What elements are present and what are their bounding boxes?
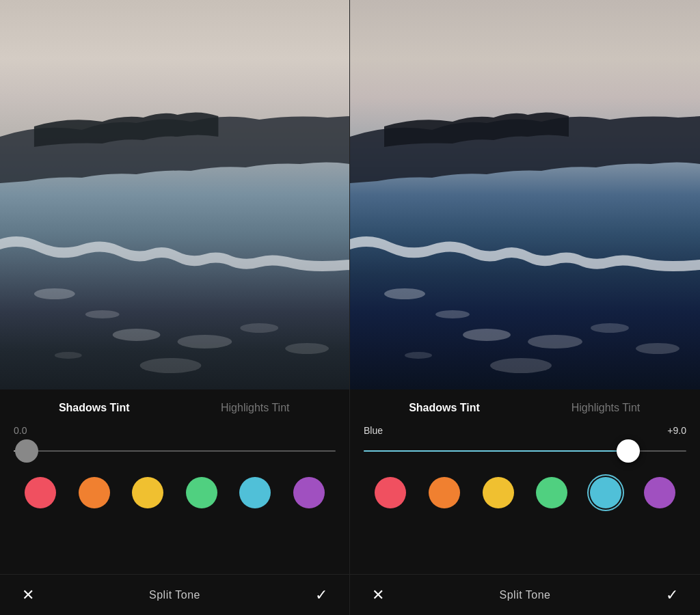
right-swatch-yellow[interactable] [483,477,514,508]
svg-point-9 [435,310,470,318]
right-panel: Shadows Tint Highlights Tint Blue +9.0 [350,0,700,615]
svg-point-3 [177,335,232,348]
right-split-tone-label: Split Tone [500,589,551,601]
right-tab-shadows[interactable]: Shadows Tint [364,402,525,414]
svg-point-12 [591,323,629,333]
left-swatch-yellow[interactable] [132,477,163,508]
left-swatch-purple[interactable] [293,477,325,508]
svg-point-2 [113,329,161,341]
left-tab-shadows[interactable]: Shadows Tint [14,402,175,414]
left-tabs-row: Shadows Tint Highlights Tint [0,390,349,421]
right-swatch-purple[interactable] [644,477,675,508]
svg-point-14 [405,352,432,359]
right-slider-track [364,450,686,452]
left-slider-track-container[interactable] [14,439,336,463]
right-slider-fill [364,450,628,452]
left-confirm-button[interactable]: ✓ [310,581,333,610]
right-slider-color-name: Blue [364,425,383,436]
svg-point-1 [85,310,120,318]
right-bottom-bar: ✕ Split Tone ✓ [350,574,700,615]
left-swatch-green[interactable] [186,477,217,508]
right-photo [350,0,700,390]
left-split-tone-label: Split Tone [149,589,200,601]
svg-point-10 [463,329,511,341]
right-slider-thumb[interactable] [617,439,640,463]
svg-point-7 [140,358,202,373]
right-photo-area [350,0,700,390]
right-swatch-orange[interactable] [429,477,460,508]
left-slider-section: 0.0 [0,421,349,466]
right-tabs-row: Shadows Tint Highlights Tint [350,390,700,421]
left-swatches-row [0,466,349,517]
svg-point-0 [34,288,75,299]
left-bottom-bar: ✕ Split Tone ✓ [0,574,349,615]
right-tab-highlights[interactable]: Highlights Tint [525,402,686,414]
svg-point-8 [384,288,425,299]
left-panel: Shadows Tint Highlights Tint 0.0 [0,0,350,615]
left-swatch-orange[interactable] [79,477,110,508]
left-photo-area [0,0,349,390]
app-container: Shadows Tint Highlights Tint 0.0 [0,0,700,615]
left-controls: Shadows Tint Highlights Tint 0.0 [0,390,349,615]
left-slider-track [14,450,336,452]
left-slider-value: 0.0 [14,425,27,436]
right-controls: Shadows Tint Highlights Tint Blue +9.0 [350,390,700,615]
right-slider-info: Blue +9.0 [364,425,686,436]
left-slider-thumb[interactable] [15,439,38,463]
right-slider-section: Blue +9.0 [350,421,700,466]
right-slider-track-container[interactable] [364,439,686,463]
right-swatch-red[interactable] [375,477,406,508]
right-swatch-green[interactable] [536,477,567,508]
svg-point-5 [285,343,329,354]
svg-point-13 [636,343,679,354]
svg-point-4 [240,323,278,333]
svg-point-6 [55,352,82,359]
left-swatch-cyan[interactable] [239,477,271,508]
left-swatch-red[interactable] [25,477,56,508]
right-swatch-cyan[interactable] [590,477,621,508]
left-cancel-button[interactable]: ✕ [16,581,40,610]
right-confirm-button[interactable]: ✓ [660,581,684,610]
left-tab-highlights[interactable]: Highlights Tint [175,402,336,414]
svg-point-11 [528,335,582,348]
right-swatches-row [350,466,700,517]
svg-point-15 [490,358,552,373]
left-slider-info: 0.0 [14,425,336,436]
right-slider-value: +9.0 [667,425,686,436]
left-photo [0,0,349,390]
right-cancel-button[interactable]: ✕ [366,581,390,610]
